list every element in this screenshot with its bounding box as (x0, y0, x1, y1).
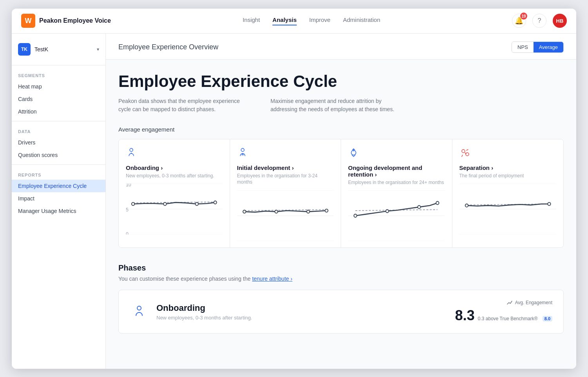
phases-subtitle-text: You can customise these experience phase… (118, 276, 252, 282)
ongoing-dev-phase-name: Ongoing development and retention › (348, 164, 445, 178)
onboarding-card-name: Onboarding (156, 303, 447, 313)
phase-card-onboarding[interactable]: Onboarding › New employees, 0-3 months a… (119, 139, 230, 248)
svg-point-31 (462, 150, 465, 153)
sidebar-divider-2 (12, 121, 105, 121)
separation-icon (459, 147, 557, 161)
svg-text:5: 5 (126, 207, 129, 213)
phase-cards: Onboarding › New employees, 0-3 months a… (118, 139, 564, 248)
ongoing-dev-icon (348, 147, 445, 161)
nps-toggle-btn[interactable]: NPS (512, 42, 534, 52)
svg-point-18 (243, 210, 245, 213)
sidebar-item-question-scores[interactable]: Question scores (12, 149, 105, 161)
onboarding-benchmark-text: 0.3 above True Benchmark® (478, 316, 538, 321)
svg-point-12 (214, 201, 216, 204)
svg-point-29 (417, 206, 420, 209)
separation-phase-desc: The final period of employment (459, 173, 557, 179)
svg-text:0: 0 (126, 231, 129, 235)
sidebar-divider-3 (12, 164, 105, 165)
onboarding-card-icon (130, 305, 149, 319)
phase-card-separation[interactable]: Separation › The final period of employm… (452, 139, 564, 248)
initial-dev-phase-name: Initial development › (237, 164, 334, 171)
initial-dev-phase-desc: Employees in the organisation for 3-24 m… (237, 173, 334, 186)
nav-tabs: Insight Analysis Improve Administration (123, 16, 499, 25)
tab-administration[interactable]: Administration (343, 16, 380, 25)
tab-insight[interactable]: Insight (243, 16, 260, 25)
logo-area: W Peakon Employee Voice (21, 14, 111, 28)
svg-point-11 (195, 202, 198, 206)
sidebar-item-manager-usage[interactable]: Manager Usage Metrics (12, 205, 105, 217)
initial-dev-chart (237, 190, 334, 241)
main-layout: TK TestK ▾ Segments Heat map Cards Attri… (12, 34, 576, 369)
header: W Peakon Employee Voice Insight Analysis… (12, 9, 576, 34)
avg-engagement-metric-label: Avg. Engagement (506, 299, 552, 306)
notification-button[interactable]: 🔔 19 (512, 14, 526, 28)
ongoing-dev-phase-desc: Employees in the organisation for 24+ mo… (348, 179, 445, 186)
svg-point-20 (307, 210, 309, 213)
separation-phase-name: Separation › (459, 164, 557, 171)
onboarding-icon (126, 147, 223, 161)
phases-subtitle: You can customise these experience phase… (118, 276, 564, 282)
svg-point-10 (163, 202, 166, 206)
sidebar-item-eec[interactable]: Employee Experience Cycle (12, 180, 105, 192)
sidebar-item-drivers[interactable]: Drivers (12, 136, 105, 149)
svg-point-30 (436, 202, 439, 205)
sidebar-item-impact[interactable]: Impact (12, 192, 105, 205)
avatar[interactable]: HB (553, 14, 567, 28)
onboarding-phase-name: Onboarding › (126, 164, 223, 171)
tab-improve[interactable]: Improve (309, 16, 330, 25)
onboarding-phase-card: Onboarding New employees, 0-3 months aft… (118, 290, 564, 334)
svg-point-19 (275, 210, 278, 213)
content-header: Employee Experience Overview NPS Average (106, 34, 576, 60)
eec-desc-right: Maximise engagement and reduce attrition… (270, 97, 404, 114)
average-toggle-btn[interactable]: Average (534, 42, 563, 52)
sidebar: TK TestK ▾ Segments Heat map Cards Attri… (12, 34, 106, 369)
sidebar-item-cards[interactable]: Cards (12, 93, 105, 105)
help-button[interactable]: ? (532, 14, 546, 28)
data-label: Data (12, 124, 105, 136)
sidebar-divider-1 (12, 65, 105, 65)
view-toggle: NPS Average (512, 41, 564, 53)
content-body: Employee Experience Cycle Peakon data sh… (106, 60, 576, 346)
phase-card-ongoing-dev[interactable]: Ongoing development and retention › Empl… (341, 139, 452, 248)
svg-point-21 (325, 209, 328, 212)
svg-point-9 (132, 202, 134, 206)
onboarding-card-metrics: Avg. Engagement 8.3 0.3 above True Bench… (455, 299, 552, 324)
onboarding-card-info: Onboarding New employees, 0-3 months aft… (156, 303, 447, 321)
svg-point-0 (130, 148, 133, 152)
app-name: Peakon Employee Voice (39, 17, 111, 24)
svg-point-28 (386, 210, 388, 213)
notification-badge: 19 (520, 13, 527, 20)
page-title: Employee Experience Overview (118, 43, 218, 51)
segments-label: Segments (12, 69, 105, 80)
onboarding-phase-desc: New employees, 0-3 months after starting… (126, 173, 223, 179)
onboarding-card-desc: New employees, 0-3 months after starting… (156, 315, 447, 321)
svg-text:10: 10 (126, 184, 131, 188)
avg-engagement-icon (506, 299, 513, 306)
chevron-down-icon: ▾ (97, 47, 99, 52)
svg-point-27 (354, 214, 357, 217)
phases-section: Phases You can customise these experienc… (118, 263, 564, 334)
account-initials: TK (18, 43, 31, 56)
tab-analysis[interactable]: Analysis (272, 16, 297, 25)
account-name: TestK (34, 46, 48, 52)
header-actions: 🔔 19 ? HB (512, 14, 567, 28)
initial-dev-icon (237, 147, 334, 161)
separation-chart (459, 184, 557, 234)
sidebar-item-heat-map[interactable]: Heat map (12, 80, 105, 93)
content: Employee Experience Overview NPS Average… (106, 34, 576, 369)
svg-point-38 (548, 202, 550, 206)
onboarding-chart: 10 5 0 (126, 184, 223, 234)
ongoing-dev-chart (348, 190, 445, 241)
eec-desc-row: Peakon data shows that the employee expe… (118, 97, 564, 114)
svg-point-37 (465, 204, 468, 207)
sidebar-account[interactable]: TK TestK ▾ (12, 40, 105, 62)
eec-title: Employee Experience Cycle (118, 72, 564, 91)
logo-icon: W (21, 14, 35, 28)
app-window: W Peakon Employee Voice Insight Analysis… (12, 9, 576, 369)
avg-engagement-label: Average engagement (118, 126, 564, 133)
tenure-attribute-link[interactable]: tenure attribute › (252, 276, 292, 282)
sidebar-item-attrition[interactable]: Attrition (12, 105, 105, 118)
phase-card-initial-dev[interactable]: Initial development › Employees in the o… (230, 139, 341, 248)
reports-label: Reports (12, 168, 105, 180)
phases-section-title: Phases (118, 263, 564, 272)
